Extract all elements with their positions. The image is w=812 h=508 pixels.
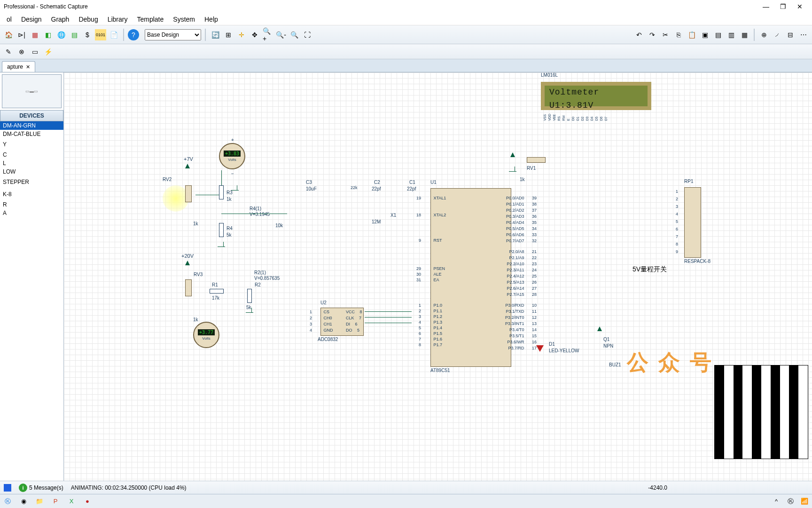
rv2-pot[interactable] bbox=[185, 185, 192, 202]
copy-icon[interactable]: ⎘ bbox=[673, 29, 684, 40]
zoom-area-icon[interactable]: ⛶ bbox=[302, 29, 313, 40]
diode-icon[interactable]: ⊳| bbox=[16, 29, 27, 40]
device-item[interactable]: K-8 bbox=[0, 190, 63, 198]
pcb-icon[interactable]: ◧ bbox=[42, 29, 54, 40]
net-icon[interactable]: ⊟ bbox=[785, 29, 796, 40]
more-icon[interactable]: ⋯ bbox=[798, 29, 809, 40]
rv1-pot[interactable] bbox=[527, 157, 546, 163]
block-copy-icon[interactable]: ▣ bbox=[699, 29, 710, 40]
schematic-canvas[interactable]: LM016L Voltmeter U1:3.81V VSS VDD VEE RS… bbox=[64, 72, 812, 481]
gerber-icon[interactable]: ▤ bbox=[69, 29, 80, 40]
grid-icon[interactable]: ⊞ bbox=[223, 29, 234, 40]
doc-icon[interactable]: 📄 bbox=[108, 29, 119, 40]
3d-icon[interactable]: 🌐 bbox=[55, 29, 67, 40]
tray-up-icon[interactable]: ^ bbox=[772, 497, 781, 506]
cut-icon[interactable]: ✂ bbox=[660, 29, 671, 40]
wifi-icon[interactable]: 📶 bbox=[800, 497, 809, 506]
minimize-button[interactable]: — bbox=[761, 3, 771, 10]
r4-resistor bbox=[219, 223, 224, 237]
overview-preview[interactable]: ▭▬▭ bbox=[2, 74, 62, 108]
menu-design[interactable]: Design bbox=[16, 14, 47, 25]
zoom-out-icon[interactable]: 🔍- bbox=[275, 29, 287, 40]
c3-label: C3 bbox=[306, 180, 312, 185]
status-coord: -4240.0 bbox=[648, 484, 667, 491]
help-icon[interactable]: ? bbox=[128, 29, 139, 40]
zoom-all-icon[interactable]: 🔍 bbox=[289, 29, 300, 40]
tray-k-icon[interactable]: Ⓚ bbox=[786, 497, 795, 506]
lcd-ref: LM016L bbox=[541, 72, 558, 78]
device-list[interactable]: DM-AN-GRN DM-CAT-BLUE Y C L LOW STEPPER … bbox=[0, 121, 63, 481]
menu-help[interactable]: Help bbox=[200, 14, 223, 25]
tool2-icon[interactable]: ⊗ bbox=[16, 46, 27, 57]
app-icon[interactable]: ◉ bbox=[19, 497, 28, 506]
block-move-icon[interactable]: ▤ bbox=[712, 29, 724, 40]
chip-icon[interactable]: ▦ bbox=[29, 29, 40, 40]
explorer-icon[interactable]: 📁 bbox=[35, 497, 44, 506]
origin-icon[interactable]: ✛ bbox=[236, 29, 247, 40]
device-item[interactable]: LOW bbox=[0, 167, 63, 176]
lcd-pin-labels: VSS VDD VEE RS RW E D0 D1 D2 D3 D4 D5 D6… bbox=[543, 114, 608, 121]
wire bbox=[365, 311, 412, 312]
taskbar: Ⓚ ◉ 📁 P X ● ^ Ⓚ 📶 bbox=[0, 494, 812, 508]
bill-icon[interactable]: $ bbox=[82, 29, 93, 40]
device-item[interactable]: DM-AN-GRN bbox=[0, 121, 63, 130]
gnd-symbol bbox=[221, 242, 225, 247]
wire bbox=[221, 214, 287, 214]
power-arrow bbox=[185, 261, 190, 265]
rv3-label: RV3 bbox=[194, 272, 203, 277]
block-rotate-icon[interactable]: ▥ bbox=[726, 29, 737, 40]
device-item[interactable]: DM-CAT-BLUE bbox=[0, 130, 63, 138]
device-item[interactable]: C bbox=[0, 151, 63, 159]
r2-label: R2 bbox=[255, 282, 261, 287]
info-icon[interactable]: i bbox=[19, 484, 27, 492]
device-item[interactable]: R bbox=[0, 200, 63, 209]
device-item[interactable]: STEPPER bbox=[0, 178, 63, 186]
rv1-value: 1k bbox=[520, 177, 525, 182]
menu-tool[interactable]: ol bbox=[2, 14, 16, 25]
vm2-unit: Volts bbox=[202, 336, 210, 341]
kicad-icon[interactable]: Ⓚ bbox=[3, 497, 12, 506]
refresh-icon[interactable]: 🔄 bbox=[210, 29, 221, 40]
wire bbox=[365, 323, 412, 323]
sim-running-icon[interactable] bbox=[4, 484, 11, 492]
close-window-button[interactable]: ✕ bbox=[795, 3, 804, 10]
binary-icon[interactable]: 0101 bbox=[95, 29, 106, 40]
separator bbox=[754, 29, 755, 41]
menu-library[interactable]: Library bbox=[103, 14, 133, 25]
sw5v-label: 5V量程开关 bbox=[632, 265, 667, 274]
home-icon[interactable]: 🏠 bbox=[3, 29, 14, 40]
design-select[interactable]: Base Design bbox=[145, 29, 201, 40]
pick-icon[interactable]: ⊕ bbox=[758, 29, 770, 40]
wire bbox=[365, 317, 412, 318]
menu-template[interactable]: Template bbox=[132, 14, 168, 25]
menu-system[interactable]: System bbox=[168, 14, 200, 25]
lcd-line1: Voltmeter bbox=[545, 86, 648, 99]
pan-icon[interactable]: ✥ bbox=[249, 29, 260, 40]
r2-resistor bbox=[247, 289, 252, 303]
device-item[interactable]: Y bbox=[0, 140, 63, 149]
device-item[interactable]: A bbox=[0, 209, 63, 217]
titlebar: Professional - Schematic Capture — ❐ ✕ bbox=[0, 0, 812, 13]
device-item[interactable]: L bbox=[0, 159, 63, 167]
status-messages[interactable]: 5 Message(s) bbox=[29, 484, 63, 491]
lightning-icon[interactable]: ⚡ bbox=[42, 46, 54, 57]
wire-icon[interactable]: ⟋ bbox=[772, 29, 783, 40]
tool3-icon[interactable]: ▭ bbox=[29, 46, 40, 57]
maximize-button[interactable]: ❐ bbox=[778, 3, 788, 10]
menu-graph[interactable]: Graph bbox=[47, 14, 74, 25]
tab-close-icon[interactable]: ✕ bbox=[26, 64, 30, 70]
redo-icon[interactable]: ↷ bbox=[647, 29, 658, 40]
rv3-pot[interactable] bbox=[185, 279, 192, 296]
record-icon[interactable]: ● bbox=[83, 497, 92, 506]
powerpoint-icon[interactable]: P bbox=[51, 497, 60, 506]
undo-icon[interactable]: ↶ bbox=[633, 29, 645, 40]
wire bbox=[221, 170, 222, 185]
tool1-icon[interactable]: ✎ bbox=[3, 46, 14, 57]
excel-icon[interactable]: X bbox=[67, 497, 76, 506]
zoom-in-icon[interactable]: 🔍+ bbox=[262, 29, 273, 40]
paste-icon[interactable]: 📋 bbox=[686, 29, 697, 40]
tab-schematic[interactable]: apture ✕ bbox=[2, 61, 35, 72]
secondary-toolbar: ✎ ⊗ ▭ ⚡ bbox=[0, 44, 812, 59]
block-delete-icon[interactable]: ▦ bbox=[739, 29, 750, 40]
menu-debug[interactable]: Debug bbox=[74, 14, 102, 25]
